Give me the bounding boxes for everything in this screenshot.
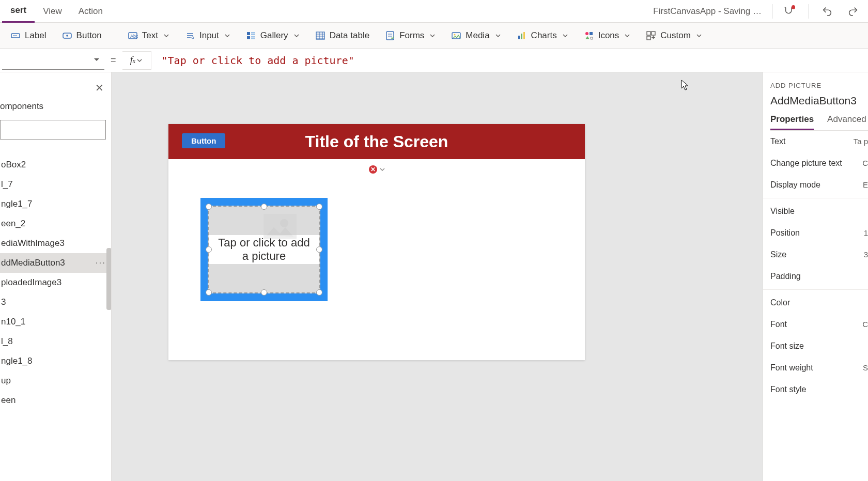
app-checker-icon[interactable] — [783, 4, 798, 19]
datatable-icon — [315, 30, 326, 41]
ribbon-button[interactable]: Button — [56, 27, 108, 44]
chevron-down-icon — [163, 33, 169, 39]
charts-icon — [517, 30, 527, 41]
prop-padding[interactable]: Padding — [770, 266, 868, 287]
svg-rect-10 — [251, 36, 255, 38]
resize-handle[interactable] — [261, 204, 267, 210]
tree-item[interactable]: up — [0, 371, 111, 391]
prop-position[interactable]: Position1 — [770, 222, 868, 244]
tree-item[interactable]: 3 — [0, 292, 111, 312]
svg-point-25 — [280, 219, 288, 227]
tree-item-selected[interactable]: ddMediaButton3··· — [0, 253, 111, 273]
tree-item[interactable]: ngle1_7 — [0, 194, 111, 214]
svg-point-5 — [192, 37, 194, 39]
prop-change-picture-text[interactable]: Change picture textC — [770, 152, 868, 174]
icons-icon — [584, 30, 594, 41]
undo-icon[interactable] — [819, 4, 835, 19]
prop-font[interactable]: FontC — [770, 314, 868, 335]
ribbon-input[interactable]: Input — [179, 27, 237, 44]
chevron-down-icon — [379, 166, 385, 173]
resize-handle[interactable] — [316, 204, 322, 210]
screen-title: Title of the Screen — [168, 132, 585, 151]
resize-handle[interactable] — [316, 246, 322, 253]
svg-rect-22 — [652, 32, 655, 35]
canvas[interactable]: Button Title of the Screen ✕ Tap or clic… — [112, 72, 763, 481]
tab-advanced[interactable]: Advanced — [827, 114, 866, 130]
resize-handle[interactable] — [261, 289, 267, 296]
chevron-down-icon — [562, 33, 568, 39]
svg-rect-16 — [518, 36, 520, 39]
tab-properties[interactable]: Properties — [770, 114, 814, 130]
chevron-down-icon — [293, 33, 300, 39]
menu-tabs: sert View Action FirstCanvasApp - Saving… — [0, 0, 868, 23]
ribbon-gallery[interactable]: Gallery — [240, 27, 306, 44]
resize-handle[interactable] — [206, 204, 212, 210]
selection-box[interactable]: Tap or click to add a picture — [208, 206, 320, 293]
svg-rect-17 — [521, 34, 522, 39]
tree-search-input[interactable] — [0, 120, 106, 139]
control-category: ADD PICTURE — [770, 82, 868, 89]
tree-heading: omponents — [0, 72, 111, 117]
ribbon-label[interactable]: Label — [4, 27, 53, 44]
tree-item[interactable]: een_2 — [0, 214, 111, 234]
scrollbar-thumb[interactable] — [106, 248, 111, 310]
chevron-down-icon — [429, 33, 436, 39]
svg-rect-21 — [647, 32, 650, 35]
ribbon-datatable[interactable]: Data table — [309, 27, 376, 44]
tree-item[interactable]: l_7 — [0, 175, 111, 194]
ribbon-text[interactable]: Abc Text — [121, 27, 176, 44]
separator — [772, 4, 772, 19]
resize-handle[interactable] — [206, 246, 212, 253]
redo-icon[interactable] — [845, 4, 861, 19]
tab-view[interactable]: View — [35, 0, 70, 23]
prop-font-style[interactable]: Font style — [770, 379, 868, 400]
ribbon-charts[interactable]: Charts — [510, 27, 575, 44]
screen-header: Button Title of the Screen — [168, 124, 585, 159]
ribbon-forms[interactable]: Forms — [379, 27, 442, 44]
forms-icon — [385, 30, 395, 41]
ribbon-icons[interactable]: Icons — [578, 27, 637, 44]
prop-display-mode[interactable]: Display modeE — [770, 174, 868, 196]
error-indicator[interactable]: ✕ — [369, 165, 385, 174]
prop-size[interactable]: Size3 — [770, 244, 868, 266]
tree-item[interactable]: ngle1_8 — [0, 351, 111, 371]
media-icon — [451, 30, 461, 41]
tree-item[interactable]: n10_1 — [0, 312, 111, 332]
error-icon: ✕ — [369, 165, 377, 174]
chevron-down-icon — [224, 33, 230, 39]
property-dropdown[interactable] — [2, 51, 104, 70]
tab-insert[interactable]: sert — [2, 0, 35, 23]
resize-handle[interactable] — [316, 289, 322, 296]
prop-color[interactable]: Color — [770, 292, 868, 314]
tree-item[interactable]: oBox2 — [0, 155, 111, 175]
equals-sign: = — [111, 55, 116, 66]
more-icon[interactable]: ··· — [96, 258, 106, 268]
tree-item[interactable]: een — [0, 391, 111, 410]
tree-item[interactable]: ploadedImage3 — [0, 273, 111, 292]
close-icon[interactable]: ✕ — [95, 82, 104, 94]
chevron-down-icon — [495, 33, 501, 39]
resize-handle[interactable] — [206, 289, 212, 296]
chevron-down-icon — [136, 57, 143, 64]
prop-visible[interactable]: Visible — [770, 200, 868, 222]
tab-action[interactable]: Action — [70, 0, 111, 23]
prop-text[interactable]: TextTa p — [770, 131, 868, 152]
tree-list: oBox2 l_7 ngle1_7 een_2 ediaWithImage3 d… — [0, 155, 111, 481]
formula-bar: = fx — [0, 49, 868, 72]
svg-point-15 — [454, 34, 456, 35]
fx-button[interactable]: fx — [122, 51, 151, 70]
ribbon-custom[interactable]: Custom — [640, 27, 708, 44]
prop-font-size[interactable]: Font size — [770, 335, 868, 357]
tree-item[interactable]: ediaWithImage3 — [0, 234, 111, 253]
formula-input[interactable] — [158, 51, 866, 70]
screen-button[interactable]: Button — [182, 133, 225, 148]
label-icon — [10, 30, 21, 41]
properties-panel: ADD PICTURE AddMediaButton3 Properties A… — [763, 72, 868, 481]
ribbon-media[interactable]: Media — [445, 27, 507, 44]
tree-item[interactable]: l_8 — [0, 332, 111, 351]
add-picture-control[interactable]: Tap or click to add a picture — [200, 198, 328, 301]
svg-rect-18 — [523, 32, 525, 39]
file-status: FirstCanvasApp - Saving … — [653, 6, 762, 17]
add-picture-text: Tap or click to add a picture — [209, 235, 319, 264]
prop-font-weight[interactable]: Font weightS — [770, 357, 868, 379]
